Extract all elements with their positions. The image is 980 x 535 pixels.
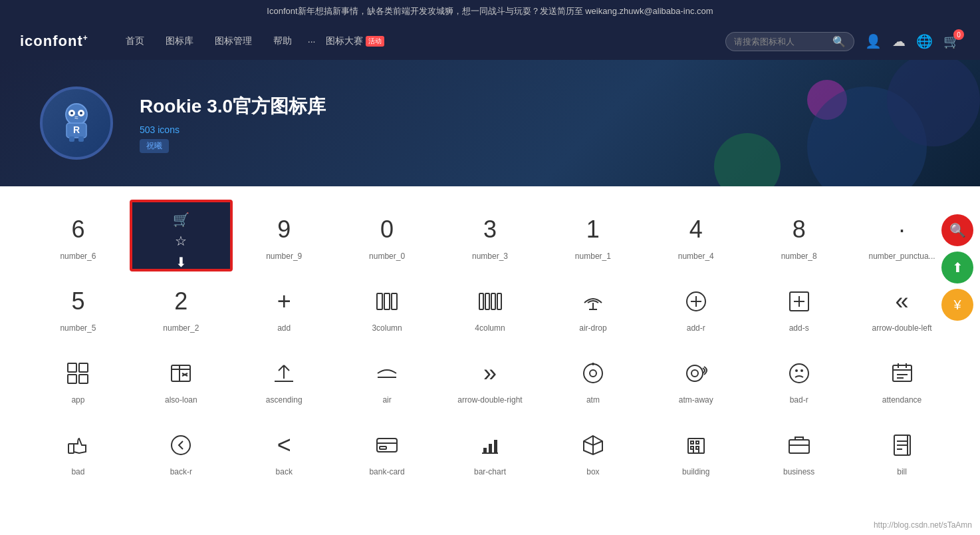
icon-cell-number_8[interactable]: 8number_8 bbox=[747, 200, 850, 271]
icon-symbol bbox=[478, 287, 502, 315]
add-to-cart-btn[interactable]: 🛒 bbox=[170, 209, 192, 230]
icon-cell-business[interactable]: business bbox=[747, 415, 850, 487]
icon-cell-bad-r[interactable]: bad-r bbox=[747, 343, 850, 415]
icon-symbol: 4 bbox=[689, 216, 703, 244]
search-input[interactable] bbox=[734, 37, 827, 47]
icon-label: app bbox=[71, 395, 84, 405]
icon-symbol bbox=[169, 431, 193, 459]
icon-cell-number_5[interactable]: 5number_5 bbox=[27, 271, 130, 343]
icon-label: number_3 bbox=[472, 252, 508, 261]
icon-label: atm-away bbox=[679, 395, 713, 405]
icon-label: back-r bbox=[170, 467, 192, 476]
icon-label: bank-card bbox=[369, 467, 404, 476]
nav-more[interactable]: ··· bbox=[303, 23, 321, 60]
icon-cell-bill[interactable]: bill bbox=[850, 415, 953, 487]
nav-management[interactable]: 图标管理 bbox=[204, 23, 263, 60]
icon-cell-add-s[interactable]: add-s bbox=[747, 271, 850, 343]
icon-label: arrow-double-right bbox=[457, 395, 522, 405]
svg-rect-57 bbox=[380, 446, 386, 449]
nav-contest[interactable]: 图标大赛 活动 bbox=[320, 23, 390, 60]
icon-cell-back[interactable]: <back bbox=[233, 415, 336, 487]
icon-label: number_4 bbox=[678, 252, 714, 261]
icon-actions: 🛒 ☆ ⬇ bbox=[131, 201, 231, 270]
svg-point-44 bbox=[790, 364, 808, 383]
icon-cell-number_2[interactable]: 2number_2 bbox=[130, 271, 233, 343]
icon-symbol: · bbox=[899, 216, 906, 244]
icon-cell-bad[interactable]: bad bbox=[27, 415, 130, 487]
fab-search[interactable]: 🔍 bbox=[941, 214, 973, 246]
icon-cell-air[interactable]: air bbox=[336, 343, 439, 415]
icon-symbol: + bbox=[277, 287, 291, 315]
svg-point-43 bbox=[691, 370, 698, 377]
favorite-btn[interactable]: ☆ bbox=[172, 230, 189, 252]
user-icon[interactable]: 👤 bbox=[865, 33, 882, 49]
icon-cell-attendance[interactable]: attendance bbox=[850, 343, 953, 415]
svg-point-42 bbox=[687, 365, 703, 381]
icon-cell-arrow-double-left[interactable]: «arrow-double-left bbox=[850, 271, 953, 343]
search-box[interactable]: 🔍 bbox=[725, 32, 854, 51]
icon-cell-number_0[interactable]: 0number_0 bbox=[336, 200, 439, 271]
icon-cell-number_4[interactable]: 4number_4 bbox=[644, 200, 747, 271]
icon-label: number_8 bbox=[781, 252, 817, 261]
fab-reward[interactable]: ¥ bbox=[941, 289, 973, 321]
icon-symbol bbox=[787, 359, 811, 387]
icon-cell-add-r[interactable]: add-r bbox=[644, 271, 747, 343]
icon-grid: 6number_6 🛒 ☆ ⬇ 9number_90number_03numbe… bbox=[27, 200, 953, 487]
icon-cell-number_9[interactable]: 9number_9 bbox=[233, 200, 336, 271]
upload-icon[interactable]: ☁ bbox=[892, 33, 906, 49]
icon-cell-4column[interactable]: 4column bbox=[439, 271, 542, 343]
icon-cell-number_3[interactable]: 3number_3 bbox=[439, 200, 542, 271]
icon-symbol bbox=[66, 359, 90, 387]
svg-rect-10 bbox=[377, 293, 382, 309]
svg-rect-71 bbox=[789, 440, 809, 453]
icon-label: add bbox=[277, 323, 291, 333]
svg-text:R: R bbox=[73, 124, 80, 135]
icon-cell-add[interactable]: +add bbox=[233, 271, 336, 343]
icon-cell-3column[interactable]: 3column bbox=[336, 271, 439, 343]
icon-cell-ascending[interactable]: ascending bbox=[233, 343, 336, 415]
download-btn[interactable]: ⬇ bbox=[173, 252, 189, 273]
cart-icon[interactable]: 🛒 0 bbox=[943, 33, 960, 49]
svg-rect-59 bbox=[483, 448, 487, 453]
icon-symbol: « bbox=[896, 287, 909, 315]
icon-cell-atm-away[interactable]: atm-away bbox=[644, 343, 747, 415]
language-icon[interactable]: 🌐 bbox=[916, 33, 933, 49]
nav-help[interactable]: 帮助 bbox=[263, 23, 303, 60]
icon-label: add-s bbox=[789, 323, 809, 333]
icon-label: 3column bbox=[372, 323, 402, 333]
icon-cell-number_7[interactable]: 🛒 ☆ ⬇ bbox=[130, 200, 233, 271]
search-icon[interactable]: 🔍 bbox=[832, 35, 846, 48]
svg-rect-61 bbox=[494, 440, 497, 453]
nav-home[interactable]: 首页 bbox=[115, 23, 155, 60]
svg-rect-47 bbox=[893, 365, 912, 381]
fab-share[interactable]: ⬆ bbox=[941, 252, 973, 283]
icon-cell-number_6[interactable]: 6number_6 bbox=[27, 200, 130, 271]
icon-cell-box[interactable]: box bbox=[541, 415, 644, 487]
icon-label: number_6 bbox=[60, 252, 96, 261]
icon-cell-arrow-double-right[interactable]: »arrow-double-right bbox=[439, 343, 542, 415]
icon-label: also-loan bbox=[165, 395, 197, 405]
icon-cell-building[interactable]: building bbox=[644, 415, 747, 487]
nav-library[interactable]: 图标库 bbox=[155, 23, 204, 60]
icon-cell-also-loan[interactable]: also-loan bbox=[130, 343, 233, 415]
icon-label: add-r bbox=[687, 323, 705, 333]
icon-cell-number_punctua...[interactable]: ·number_punctua... bbox=[850, 200, 953, 271]
icon-label: business bbox=[783, 467, 814, 476]
icon-cell-air-drop[interactable]: air-drop bbox=[541, 271, 644, 343]
icon-cell-bar-chart[interactable]: bar-chart bbox=[439, 415, 542, 487]
icon-cell-back-r[interactable]: back-r bbox=[130, 415, 233, 487]
icon-symbol: 1 bbox=[586, 216, 600, 244]
icon-cell-bank-card[interactable]: bank-card bbox=[336, 415, 439, 487]
svg-line-36 bbox=[279, 365, 284, 371]
svg-rect-25 bbox=[68, 363, 76, 372]
svg-rect-7 bbox=[78, 136, 84, 142]
icon-cell-number_1[interactable]: 1number_1 bbox=[541, 200, 644, 271]
svg-rect-55 bbox=[377, 439, 397, 452]
svg-rect-64 bbox=[691, 441, 693, 444]
logo[interactable]: iconfont+ bbox=[20, 33, 88, 50]
icon-cell-atm[interactable]: atm bbox=[541, 343, 644, 415]
icon-label: number_9 bbox=[266, 252, 302, 261]
hero-section: R ≈ Rookie 3.0官方图标库 503 icons 祝曦 bbox=[0, 60, 980, 186]
icon-label: number_punctua... bbox=[869, 252, 935, 261]
icon-cell-app[interactable]: app bbox=[27, 343, 130, 415]
